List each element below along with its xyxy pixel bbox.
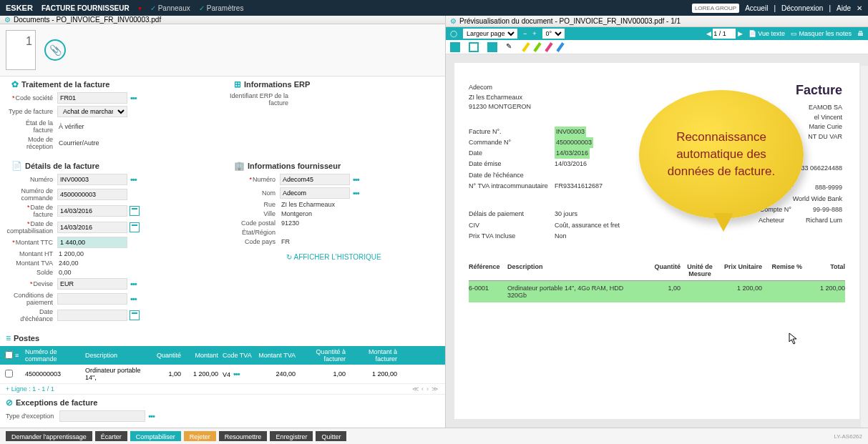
calendar-icon[interactable] [130,222,140,232]
input-date-compta[interactable] [57,222,127,233]
page-input[interactable] [713,29,736,39]
lookup-icon[interactable]: ••• [130,94,137,102]
menu-panneaux[interactable]: Panneaux [150,4,190,12]
top-navigation: ESKER FACTURE FOURNISSEUR ▾ Panneaux Par… [0,0,868,16]
section-icon: 🏢 [234,161,245,171]
section-icon: ⊞ [234,79,241,89]
rejeter-button[interactable]: Rejeter [184,431,216,441]
section-exceptions: Exceptions de facture [16,398,97,407]
vue-texte-toggle[interactable]: Vue texte [758,30,785,37]
link-deconnexion[interactable]: Déconnexion [781,4,823,12]
pointer-tool-icon[interactable] [450,42,460,52]
rotate-select[interactable]: 0° [542,29,565,39]
input-code-societe[interactable] [57,92,127,104]
calendar-icon[interactable] [130,310,140,320]
lookup-icon[interactable]: ••• [130,295,137,303]
value-montant-ht: 1 200,00 [57,250,84,257]
section-icon: ✿ [11,79,19,89]
document-title: Documents - PO_INVOICE_FR_INV00003.pdf [14,16,161,24]
print-icon[interactable]: 🖶 [857,30,864,37]
pager[interactable]: ≪‹›≫ [411,385,439,393]
rect-tool-icon[interactable] [469,42,479,52]
highlighter-yellow-icon[interactable] [522,42,530,52]
input-f-nom[interactable] [280,187,350,199]
enregistrer-button[interactable]: Enregistrer [270,431,313,441]
select-type-facture[interactable]: Achat de marchandises [57,106,127,117]
postes-table-header: ≡ Numéro de commande Description Quantit… [0,346,445,365]
demander-button[interactable]: Demander l'apprentissage [6,431,92,441]
menu-parametres[interactable]: Paramètres [199,4,244,12]
zoom-in-icon[interactable]: + [532,30,536,37]
row-checkbox[interactable] [5,370,13,378]
section-icon: 📄 [11,161,22,171]
scrollbar[interactable] [861,66,868,428]
value-f-cp: 91230 [280,219,299,227]
gear-icon[interactable]: ⚙ [4,16,11,24]
image-tool-icon[interactable] [487,42,497,52]
label-devise: Devise [6,280,57,287]
lookup-icon[interactable]: ••• [130,280,137,288]
annotation-toolbar: ✎ [446,40,868,54]
preview-title: Prévisualisation du document - PO_INVOIC… [459,17,681,25]
lookup-icon[interactable]: ••• [353,175,359,184]
input-conditions[interactable] [57,293,127,305]
add-row-icon[interactable]: + Ligne : 1 - 1 / 1 [6,385,54,393]
section-erp: Informations ERP [244,80,310,89]
document-header: ⚙ Documents - PO_INVOICE_FR_INV00003.pdf [0,16,445,24]
masquer-notes-toggle[interactable]: Masquer les notes [799,30,852,37]
section-icon: ⊘ [6,398,13,408]
lookup-icon[interactable]: ••• [353,189,359,197]
back-icon[interactable]: ◯ [450,30,457,37]
link-historique[interactable]: AFFICHER L'HISTORIQUE [228,247,439,267]
link-aide[interactable]: Aide [837,4,851,12]
attachment-icon[interactable]: 📎 [44,39,66,61]
action-bar: Demander l'apprentissage Écarter Comptab… [0,428,868,444]
quitter-button[interactable]: Quitter [316,431,346,441]
resoumettre-button[interactable]: Resoumettre [219,431,268,441]
lookup-icon[interactable]: ••• [148,412,155,420]
section-details: Détails de la facture [25,162,99,170]
link-accueil[interactable]: Accueil [745,4,768,12]
close-icon[interactable]: ✕ [857,4,862,12]
section-icon: ≡ [6,333,11,343]
label-num-commande: Numéro de commande [6,187,57,202]
table-row[interactable]: 4500000003 Ordinateur portable 14", 1,00… [0,365,445,384]
label-date-compta: Date de comptabilisation [6,220,57,235]
input-date-facture[interactable] [57,205,127,217]
input-f-numero[interactable] [280,174,350,185]
pen-black-icon[interactable]: ✎ [506,42,516,52]
footer-id: LY-AS6262 [834,433,862,440]
gear-icon[interactable]: ⚙ [450,17,457,25]
highlighter-green-icon[interactable] [533,42,541,52]
invoice-title: Facture [796,83,842,98]
input-montant-ttc[interactable] [57,237,127,248]
input-num-commande[interactable] [57,189,127,200]
app-title: FACTURE FOURNISSEUR [42,4,130,12]
highlighter-pink-icon[interactable] [545,42,552,52]
input-echeance[interactable] [57,310,127,321]
ecarter-button[interactable]: Écarter [95,431,127,441]
label-f-cp: Code postal [228,219,280,227]
label-type-exception: Type d'exception [6,413,59,420]
zoom-out-icon[interactable]: − [523,30,527,37]
label-conditions: Conditions de paiement [6,292,57,306]
comptabiliser-button[interactable]: Comptabiliser [130,431,181,441]
highlighter-blue-icon[interactable] [556,42,564,52]
label-f-rue: Rue [228,201,280,208]
input-devise[interactable] [57,278,127,290]
page-thumbnail[interactable] [6,30,36,70]
select-all-checkbox[interactable] [5,351,13,359]
callout-bubble: Reconnaissance automatique des données d… [639,90,804,219]
lookup-icon[interactable]: ••• [233,370,240,378]
label-f-ville: Ville [228,210,280,217]
label-f-region: État/Région [228,229,280,236]
label-mode: Mode de réception [6,136,57,150]
input-type-exception[interactable] [59,410,145,422]
lookup-icon[interactable]: ••• [130,175,137,184]
label-f-numero: Numéro [228,176,280,183]
value-solde: 0,00 [57,269,72,276]
preview-pane: ⚙ Prévisualisation du document - PO_INVO… [446,16,868,428]
input-numero[interactable] [57,174,127,185]
calendar-icon[interactable] [130,206,140,216]
zoom-select[interactable]: Largeur page [463,29,517,39]
